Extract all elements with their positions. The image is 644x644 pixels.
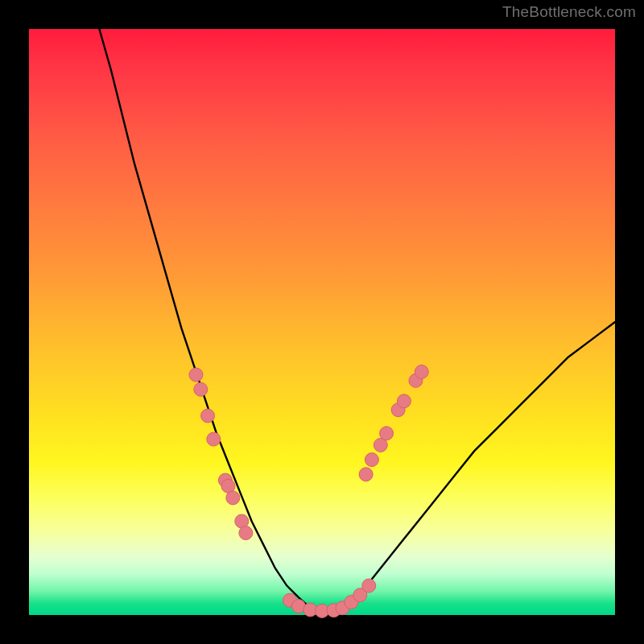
plot-area — [29, 29, 615, 615]
chart-frame: TheBottleneck.com — [0, 0, 644, 644]
data-point — [397, 394, 411, 408]
data-point — [415, 365, 428, 378]
data-markers — [189, 365, 428, 617]
data-point — [380, 427, 394, 440]
data-point — [189, 368, 203, 382]
data-point — [201, 409, 215, 423]
chart-svg — [29, 29, 615, 615]
data-point — [365, 453, 378, 467]
data-point — [207, 432, 221, 446]
data-point — [359, 468, 373, 481]
data-point — [362, 579, 376, 592]
data-point — [226, 491, 240, 505]
data-point — [239, 526, 253, 540]
data-point — [194, 382, 208, 396]
bottleneck-curve — [99, 29, 615, 612]
watermark-label: TheBottleneck.com — [502, 3, 636, 21]
